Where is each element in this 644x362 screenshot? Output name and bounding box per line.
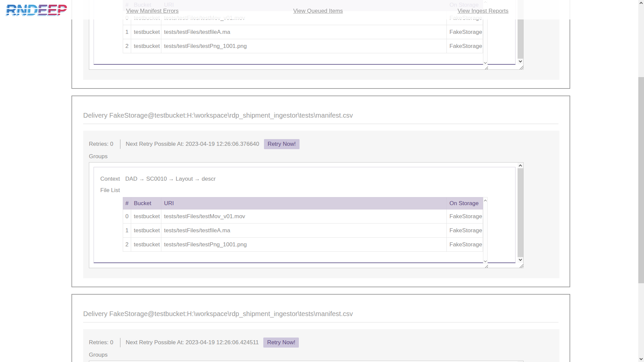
file-list-label: File List <box>100 186 515 195</box>
delivery-panel: Retries: 0 Next Retry Possible At: 2023-… <box>83 131 559 278</box>
groups-resize-grip[interactable] <box>519 263 523 268</box>
chevron-up-icon[interactable] <box>484 200 487 202</box>
scrollbar-thumb[interactable] <box>638 77 644 283</box>
delivery-panel: Retries: 0 Next Retry Possible At: 2023-… <box>83 329 559 362</box>
resize-corner <box>518 64 523 69</box>
retries-row: Retries: 0 Next Retry Possible At: 2023-… <box>89 139 559 149</box>
cell-uri: tests/testFiles/testfileA.ma <box>161 224 447 238</box>
cell-storage: FakeStorage <box>447 238 483 252</box>
context-row: Context DAD → SC0010 → Layout → descr <box>100 175 515 183</box>
table-row: 0 testbucket tests/testFiles/testMov_v01… <box>123 209 483 224</box>
cell-num: 0 <box>123 209 131 224</box>
cell-bucket: testbucket <box>131 25 161 39</box>
retry-now-button[interactable]: Retry Now! <box>263 338 299 348</box>
chevron-down-icon <box>519 258 522 261</box>
cell-uri: tests/testFiles/testPng_1001.png <box>161 238 447 252</box>
delivery-title: Delivery FakeStorage@testbucket:H:\works… <box>83 309 558 318</box>
cell-storage: FakeStorage <box>447 224 483 238</box>
cell-num: 2 <box>123 238 131 252</box>
delivery-title: Delivery FakeStorage@testbucket:H:\works… <box>83 111 558 120</box>
table-row: 1 testbucket tests/testFiles/testfileA.m… <box>123 224 483 238</box>
cell-num: 1 <box>123 224 131 238</box>
table-row: 2 testbucket tests/testFiles/testPng_100… <box>123 238 483 252</box>
delivery-card: Delivery FakeStorage@testbucket:H:\works… <box>71 294 570 362</box>
chevron-up-icon <box>640 2 643 5</box>
context-value: DAD → SC0010 → Layout → descr <box>125 175 216 183</box>
table-resize-grip[interactable] <box>484 264 488 268</box>
cell-bucket: testbucket <box>131 209 161 224</box>
col-header-num: # <box>123 197 131 209</box>
retries-count: Retries: 0 <box>89 141 113 147</box>
groups-scroll-container <box>89 361 524 362</box>
divider <box>83 124 558 124</box>
groups-resize-grip[interactable] <box>519 65 523 69</box>
logo-stripe <box>5 8 67 9</box>
window-scrollbar[interactable] <box>638 0 644 362</box>
cell-uri: tests/testFiles/testPng_1001.png <box>161 39 447 53</box>
nav-link-view-manifest-errors[interactable]: View Manifest Errors <box>126 8 179 14</box>
chevron-up-icon <box>519 165 522 168</box>
groups-scrollbar[interactable] <box>518 163 523 268</box>
groups-scroll-container: Context DAD → SC0010 → Layout → descr Fi… <box>89 162 524 268</box>
retries-row: Retries: 0 Next Retry Possible At: 2023-… <box>89 337 559 348</box>
nav-link-view-ingest-reports[interactable]: View Ingest Reports <box>458 8 508 14</box>
col-header-uri: URI <box>161 197 447 209</box>
cell-bucket: testbucket <box>131 39 161 53</box>
separator <box>120 338 120 347</box>
table-resize-grip[interactable] <box>484 66 488 70</box>
cell-storage: FakeStorage <box>447 39 483 53</box>
groups-label: Groups <box>89 152 559 161</box>
table-scrollbar[interactable] <box>483 197 488 263</box>
cell-uri: tests/testFiles/testMov_v01.mov <box>161 209 447 224</box>
cell-storage: FakeStorage <box>447 209 483 224</box>
scroll-up-button[interactable] <box>638 0 644 6</box>
logo-slits <box>5 3 67 17</box>
delivery-card: Delivery FakeStorage@testbucket:H:\works… <box>71 96 570 287</box>
divider <box>83 322 558 322</box>
separator <box>120 139 120 149</box>
next-retry-time: Next Retry Possible At: 2023-04-19 12:26… <box>126 141 259 147</box>
col-header-bucket: Bucket <box>131 197 161 209</box>
group-box: Context DAD → SC0010 → Layout → descr Fi… <box>94 167 516 263</box>
scroll-up-button[interactable] <box>518 163 523 168</box>
groups-label: Groups <box>89 351 559 359</box>
retry-now-button[interactable]: Retry Now! <box>264 139 300 149</box>
scroll-down-button[interactable] <box>638 356 644 362</box>
chevron-down-icon[interactable] <box>484 61 487 64</box>
scroll-down-button[interactable] <box>518 257 523 263</box>
chevron-down-icon[interactable] <box>484 259 487 262</box>
chevron-down-icon <box>640 357 643 360</box>
table-header-row: # Bucket URI On Storage <box>123 197 483 209</box>
cell-storage: FakeStorage <box>447 25 483 39</box>
next-retry-time: Next Retry Possible At: 2023-04-19 12:26… <box>126 339 259 346</box>
nav-link-view-queued-items[interactable]: View Queued Items <box>293 8 343 14</box>
scrollbar-track[interactable] <box>518 168 523 257</box>
file-table-wrap: # Bucket URI On Storage 0 testbucket tes… <box>123 197 488 252</box>
nav-links: View Manifest Errors View Queued Items V… <box>126 0 508 19</box>
cell-bucket: testbucket <box>131 238 161 252</box>
logo-stripe <box>5 13 67 14</box>
scroll-down-button[interactable] <box>518 59 523 64</box>
navbar: RNDEEP View Manifest Errors View Queued … <box>0 0 638 19</box>
cell-uri: tests/testFiles/testfileA.ma <box>161 25 447 39</box>
context-label: Context <box>100 175 120 183</box>
resize-corner <box>518 263 523 268</box>
file-table: # Bucket URI On Storage 0 testbucket tes… <box>123 197 483 252</box>
col-header-storage: On Storage <box>447 197 483 209</box>
table-row: 2 testbucket tests/testFiles/testPng_100… <box>123 39 483 53</box>
cell-bucket: testbucket <box>131 224 161 238</box>
retries-count: Retries: 0 <box>89 339 113 346</box>
chevron-down-icon <box>519 59 522 63</box>
cell-num: 2 <box>123 39 131 53</box>
table-row: 1 testbucket tests/testFiles/testfileA.m… <box>123 25 483 39</box>
cell-num: 1 <box>123 25 131 39</box>
